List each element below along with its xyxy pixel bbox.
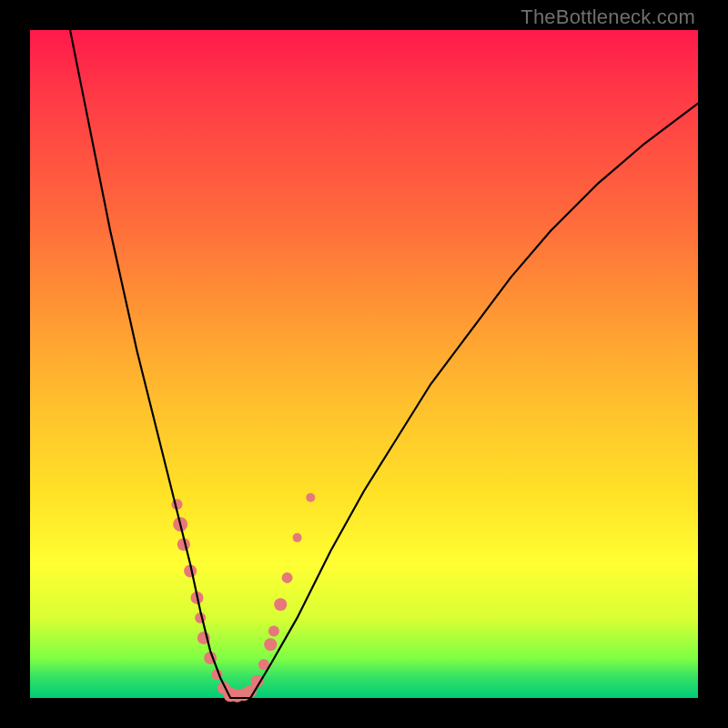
plot-area: [30, 30, 698, 698]
watermark-label: TheBottleneck.com: [521, 5, 695, 29]
scatter-dot: [293, 533, 302, 542]
scatter-dot: [282, 572, 293, 583]
chart-svg: [30, 30, 698, 698]
bottleneck-curve: [70, 30, 698, 698]
scatter-dot: [268, 626, 279, 637]
scatter-markers: [171, 493, 315, 703]
chart-frame: TheBottleneck.com: [0, 0, 728, 728]
scatter-dot: [264, 638, 277, 651]
scatter-dot: [274, 598, 287, 611]
scatter-dot: [306, 493, 315, 502]
